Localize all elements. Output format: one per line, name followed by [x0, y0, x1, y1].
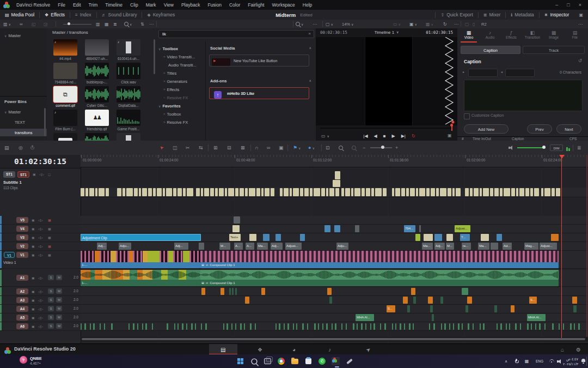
inspector-tab-video[interactable]: ▦Video	[458, 28, 479, 43]
clip-a6[interactable]	[100, 323, 101, 330]
subtitle-clip[interactable]	[139, 188, 141, 196]
track-badge-a3[interactable]: A3	[16, 297, 28, 303]
monitor-label[interactable]: R2	[481, 20, 487, 28]
subtitle-clip[interactable]	[81, 188, 84, 196]
v1-clip-segment[interactable]	[173, 251, 183, 262]
v1-clip-segment[interactable]	[116, 251, 130, 262]
auto-select-icon[interactable]: ◁▷	[38, 324, 43, 328]
subtitle-clip[interactable]	[228, 188, 234, 196]
subtitle-clip[interactable]	[474, 188, 479, 196]
media-clip-6100414-uh[interactable]: ♪6100414-uh...	[113, 39, 144, 61]
clip-a6[interactable]	[413, 323, 414, 330]
auto-select-icon[interactable]: ◁▷	[39, 172, 44, 176]
auto-select-icon[interactable]: ◁▷	[38, 253, 43, 257]
clip-a6[interactable]	[186, 323, 187, 330]
clip-a6[interactable]	[578, 323, 580, 330]
clip-a6[interactable]	[84, 323, 86, 330]
subtitle-clip[interactable]	[280, 188, 283, 196]
clip-a6[interactable]	[392, 323, 393, 330]
subtitle-clip[interactable]	[157, 188, 162, 196]
replace-clip-button[interactable]: ⊠	[241, 141, 245, 155]
caption-text-area[interactable]	[464, 80, 583, 111]
track-badge-a6[interactable]: A6	[16, 323, 28, 329]
subtitle-clip[interactable]	[196, 188, 200, 196]
v1-clip-segment[interactable]	[160, 251, 169, 262]
subtitle-clip[interactable]	[362, 188, 365, 196]
menu-file[interactable]: File	[54, 0, 69, 10]
timeline-view-options-icon[interactable]: ⊡	[326, 141, 330, 155]
clip-v2[interactable]	[491, 243, 498, 250]
lock-icon[interactable]: ▣	[32, 307, 35, 311]
maximize-button[interactable]: □	[567, 2, 569, 8]
clip-a6[interactable]	[152, 323, 153, 330]
subtitle-clip[interactable]	[89, 188, 94, 196]
lock-icon[interactable]: ▣	[33, 172, 36, 176]
davinci-resolve-taskbar-icon[interactable]	[332, 357, 340, 365]
media-pool-scrollbar[interactable]	[154, 39, 155, 74]
subtitle-clip[interactable]	[166, 188, 172, 196]
fx-tree-toolbox-0[interactable]: ∨Toolbox	[156, 45, 204, 52]
clip-v3[interactable]	[300, 234, 305, 241]
subtitle-clip[interactable]	[480, 188, 482, 196]
clip-a6[interactable]	[404, 323, 405, 330]
clip-a2[interactable]	[327, 288, 332, 295]
multicam-icon[interactable]: ▩∨	[426, 20, 433, 28]
inspector-tab-transition[interactable]: ◧Transition	[522, 28, 543, 43]
collapse-button[interactable]: ▣	[574, 10, 588, 20]
subtitle-clip[interactable]	[326, 188, 328, 196]
effects-more-icon[interactable]: ⋯	[313, 20, 317, 28]
inspector-tab-image[interactable]: ▩Image	[543, 28, 564, 43]
clip-a3[interactable]	[428, 297, 433, 304]
position-lock-toggle[interactable]: ▣	[279, 141, 284, 155]
thumbnail-view-icon[interactable]: ▦	[105, 20, 109, 28]
clip-a4[interactable]	[573, 305, 577, 312]
subtitle-clip[interactable]	[215, 188, 218, 196]
subtitle-clip[interactable]	[304, 188, 309, 196]
track-monitor-icon[interactable]: ▦	[48, 227, 51, 231]
a1-group-label-bar[interactable]: 1-...	[81, 280, 200, 286]
collapse-icon[interactable]: ∧	[309, 79, 311, 82]
zoom-in-button[interactable]: +	[395, 141, 398, 155]
clip-a3[interactable]	[245, 297, 249, 304]
system-clock[interactable]: ٤:٤٧ ص٢٠٢٥/١١/٣	[562, 357, 578, 366]
auto-select-icon[interactable]: ◁▷	[38, 227, 43, 231]
whatsapp-icon[interactable]: ✆	[318, 357, 326, 365]
video-track-header-v5[interactable]: V5▣◁▷▦	[0, 216, 81, 225]
clip-a6[interactable]	[296, 323, 297, 330]
media-clip-cyber-glitc[interactable]: Cyber Glitc...	[82, 86, 112, 108]
viewer-more-icon[interactable]: ⋯	[454, 20, 458, 28]
solo-button[interactable]: S	[48, 315, 54, 320]
clip-a6[interactable]	[284, 323, 285, 330]
subtitle-clip[interactable]	[333, 180, 340, 187]
single-viewer-icon[interactable]: ▭∨	[393, 20, 401, 28]
chrome-icon[interactable]	[277, 357, 285, 365]
clip-v2[interactable]: Adj...	[434, 243, 445, 250]
clip-a6[interactable]	[142, 323, 143, 330]
media-clip-4-mp4[interactable]: ♪#4.mp4	[50, 39, 81, 61]
clip-a6[interactable]	[570, 323, 572, 330]
clip-a6[interactable]	[287, 323, 289, 330]
clip-v4[interactable]	[355, 225, 359, 232]
subtitle-clip[interactable]	[314, 188, 320, 196]
clip-a6[interactable]	[395, 323, 396, 330]
customize-caption-checkbox[interactable]	[464, 113, 470, 119]
subtitle-clip[interactable]	[530, 188, 533, 196]
clip-a3[interactable]: S...	[529, 297, 537, 304]
subtitle-clip[interactable]	[516, 188, 518, 196]
subtitle-clip[interactable]	[448, 188, 451, 196]
marker-button[interactable]: ●∨	[308, 141, 315, 155]
clip-a6[interactable]	[235, 323, 236, 330]
sort-icon[interactable]: ⇅	[140, 20, 144, 28]
settings-gear-button[interactable]: ⚙	[576, 344, 581, 355]
subtitle-clip[interactable]	[490, 188, 493, 196]
clip-a6[interactable]	[90, 323, 91, 330]
clip-a2[interactable]	[201, 288, 205, 295]
clip-a6[interactable]	[177, 323, 179, 330]
subtitle-clip[interactable]	[95, 188, 97, 196]
volume-slider-handle[interactable]	[542, 146, 546, 149]
clip-a6[interactable]	[314, 323, 316, 330]
timeline-ruler[interactable]: 01:00:00:0001:00:24:0001:00:48:0001:01:1…	[81, 155, 588, 167]
clip-a6[interactable]	[559, 323, 560, 330]
subtitle-clip[interactable]	[504, 188, 510, 196]
clip-strip-view-icon[interactable]: ▥∨	[3, 20, 11, 28]
